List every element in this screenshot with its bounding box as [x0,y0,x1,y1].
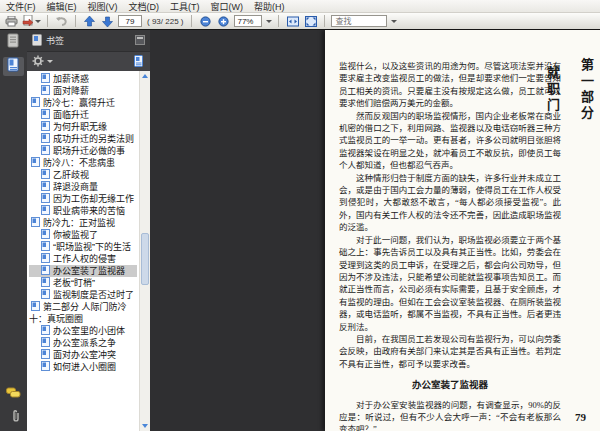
bookmark-item[interactable]: 办公室装了监视器 [29,265,137,277]
bookmark-page-icon [41,277,50,287]
bookmark-label: 老板“盯梢” [53,278,95,288]
menu-item[interactable]: 工具(T) [170,0,200,13]
bookmark-item[interactable]: 办公室派系之争 [29,337,137,349]
menu-item[interactable]: 帮助(H) [254,0,285,13]
bookmark-item[interactable]: 老板“盯梢” [29,277,137,289]
bookmark-label: “职场监视”下的生活 [53,242,131,252]
bookmark-page-icon [31,97,40,107]
search-dropdown-caret-icon[interactable] [391,20,397,23]
pdf-reader-window: 文件(F)编辑(E)视图(V)文档(D)工具(T)窗口(W)帮助(H) ( 93… [0,0,600,431]
menu-item[interactable]: 编辑(E) [47,0,77,13]
menu-item[interactable]: 文档(D) [129,0,160,13]
bookmark-label: 防冷七：赢得升迁 [43,98,115,108]
zoom-level-input[interactable] [234,15,262,27]
bookmark-item[interactable]: 监视制度是否过时了 [29,289,137,301]
bookmark-item[interactable]: “职场监视”下的生活 [29,241,137,253]
menu-bar: 文件(F)编辑(E)视图(V)文档(D)工具(T)窗口(W)帮助(H) [0,0,600,13]
zoom-in-button[interactable] [216,14,231,28]
bookmark-item[interactable]: 防冷七：赢得升迁 [29,97,137,109]
undo-button[interactable] [54,14,69,28]
zoom-dropdown-caret-icon[interactable] [266,20,272,23]
zoom-out-button[interactable] [198,14,213,28]
toolbar-separator [191,15,192,27]
comments-panel-icon [6,385,21,403]
pages-panel-button[interactable] [3,33,24,52]
bookmark-item[interactable]: 防冷九：正对监视 [29,217,137,229]
zoom-out-icon [200,16,211,27]
bookmark-item[interactable]: 防冷八：不悲病患 [29,157,137,169]
next-page-button[interactable] [100,14,115,28]
bookmark-item[interactable]: 成功升迁的另类法则 [29,133,137,145]
gear-options-button[interactable] [32,53,44,71]
pages-panel-icon [7,33,20,52]
gear-dropdown-caret-icon[interactable] [47,60,53,63]
attachments-panel-button[interactable] [3,408,24,427]
body-paragraph: 对于办公室安装监视器的问题，有调查显示，90%的反应是：听说过，但有不少人会大呼… [339,399,561,431]
bookmark-page-icon [41,229,50,239]
bookmark-item[interactable]: 办公室里的小团体 [29,325,137,337]
bookmark-page-icon [41,325,50,335]
bookmark-item[interactable]: 职场升迁必做的事 [29,145,137,157]
expand-current-bookmark-button[interactable] [133,53,145,71]
fit-page-icon [305,16,317,27]
bookmark-item[interactable]: 如何进入小圈圈 [29,361,137,373]
bookmark-scrollbar[interactable] [139,71,150,431]
bookmark-label: 因为工伤却无缘工作 [53,194,134,204]
bookmarks-panel: 书签 加薪诱惑面对降薪防冷七：赢得升迁面临升迁为何升职无缘成功升迁的另类法则职场… [27,30,150,431]
body-paragraph: 监视什么，以及这些资讯的用途为何。尽管这项法案并没有要求雇主改变监视员工的做法，… [339,60,561,110]
bookmark-item[interactable]: 面临升迁 [29,109,137,121]
comments-panel-button[interactable] [3,384,24,403]
toolbar-separator [75,15,76,27]
fit-width-button[interactable] [285,14,300,28]
bookmarks-panel-icon [7,57,20,76]
bookmark-item[interactable]: 你被监视了 [29,229,137,241]
bookmark-label: 你被监视了 [53,230,98,240]
bookmarks-panel-button[interactable] [3,57,24,76]
bookmark-label: 乙肝歧视 [53,170,89,180]
bookmark-item[interactable]: 辞退没商量 [29,181,137,193]
bookmark-page-icon [41,253,50,263]
bookmark-page-icon [41,361,50,371]
menu-item[interactable]: 窗口(W) [211,0,244,13]
page-number-input[interactable] [118,15,142,27]
panel-options-button[interactable] [135,35,145,47]
bookmark-item[interactable]: 面对办公室冲突 [29,349,137,361]
document-view[interactable]: 监视什么，以及这些资讯的用途为何。尽管这项法案并没有要求雇主改变监视员工的做法，… [150,30,600,431]
bookmark-item[interactable]: 乙肝歧视 [29,169,137,181]
fit-page-button[interactable] [303,14,318,28]
part-title-vertical: 第一部分 就职门 [543,58,596,122]
bookmark-label: 办公室装了监视器 [53,266,125,276]
bookmark-item[interactable]: 加薪诱惑 [29,73,137,85]
scrollbar-thumb[interactable] [141,233,149,285]
bookmark-label: 办公室里的小团体 [53,326,125,336]
previous-page-button[interactable] [82,14,97,28]
print-button[interactable] [4,14,19,28]
bookmark-item[interactable]: 第二部分 人际门防冷十：真玩圈圈 [29,301,137,325]
scroll-down-icon[interactable] [142,424,148,428]
scroll-up-icon[interactable] [142,74,148,78]
bookmark-item[interactable]: 为何升职无缘 [29,121,137,133]
bookmark-item[interactable]: 面对降薪 [29,85,137,97]
next-page-icon [102,16,113,27]
bookmarks-panel-toolbar [27,51,150,71]
search-input[interactable] [331,15,387,27]
bookmark-label: 面对降薪 [53,86,89,96]
page-text-content: 监视什么，以及这些资讯的用途为何。尽管这项法案并没有要求雇主改变监视员工的做法，… [339,60,561,431]
bookmark-item[interactable]: 因为工伤却无缘工作 [29,193,137,205]
attachments-panel-icon [8,409,20,427]
navigation-panel-strip [0,30,27,431]
bookmark-item[interactable]: 工作人权的侵害 [29,253,137,265]
bookmark-label: 监视制度是否过时了 [53,290,134,300]
menu-item[interactable]: 文件(F) [6,0,36,13]
save-button[interactable] [22,14,41,28]
bookmark-page-icon [41,145,50,155]
bookmark-item[interactable]: 职业病带来的苦恼 [29,205,137,217]
bookmark-list: 加薪诱惑面对降薪防冷七：赢得升迁面临升迁为何升职无缘成功升迁的另类法则职场升迁必… [27,71,150,431]
bookmarks-panel-header: 书签 [27,30,150,51]
bookmark-page-icon [41,73,50,83]
bookmark-label: 防冷八：不悲病患 [43,158,115,168]
menu-item[interactable]: 视图(V) [88,0,118,13]
page-number: 79 [575,411,586,423]
bookmark-page-icon [41,121,50,131]
fit-width-icon [287,16,299,27]
